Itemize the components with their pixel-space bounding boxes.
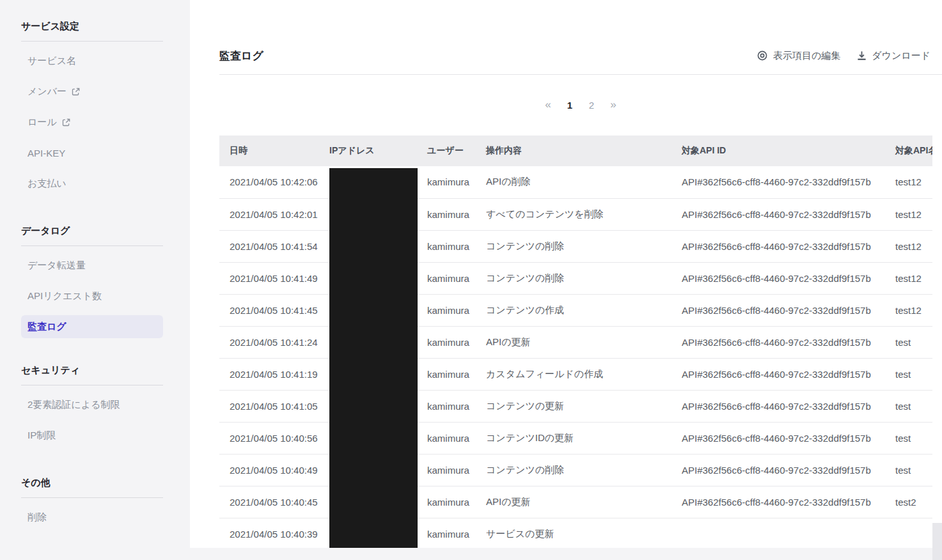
page-title: 監査ログ <box>219 49 263 63</box>
sidebar-section: サービス設定サービス名メンバーロールAPI-KEYお支払い <box>21 20 163 199</box>
table-cell: kamimura <box>417 518 476 548</box>
table-cell: APIの削除 <box>476 166 671 198</box>
table-cell: test12 <box>885 166 932 198</box>
table-cell: 2021/04/05 10:41:54 <box>219 230 319 262</box>
table-cell: test <box>885 454 932 486</box>
table-cell: API#362f56c6-cff8-4460-97c2-332ddf9f157b <box>671 486 885 518</box>
column-header: IPアドレス <box>319 136 417 166</box>
redaction-overlay <box>329 168 418 548</box>
page-number-1[interactable]: 1 <box>564 100 576 111</box>
sidebar-section-title: セキュリティ <box>21 364 163 377</box>
table-cell: コンテンツの削除 <box>476 262 671 294</box>
table-cell: kamimura <box>417 486 476 518</box>
table-cell: kamimura <box>417 358 476 390</box>
table-row: 2021/04/05 10:40:39kamimuraサービスの更新 <box>219 518 932 548</box>
sidebar-item-data-transfer[interactable]: データ転送量 <box>21 250 163 281</box>
sidebar-item-service-name[interactable]: サービス名 <box>21 45 163 76</box>
table-cell: 2021/04/05 10:41:45 <box>219 294 319 326</box>
table-row: 2021/04/05 10:42:06kamimuraAPIの削除API#362… <box>219 166 932 198</box>
sidebar-item-label: 削除 <box>27 511 47 524</box>
sidebar-item-api-requests[interactable]: APIリクエスト数 <box>21 281 163 311</box>
sidebar-item-members[interactable]: メンバー <box>21 76 163 107</box>
sidebar-section-title: その他 <box>21 476 163 489</box>
sidebar-item-billing[interactable]: お支払い <box>21 168 163 199</box>
table-cell: test <box>885 390 932 422</box>
table-cell: kamimura <box>417 198 476 230</box>
table-cell: サービスの更新 <box>476 518 671 548</box>
table-cell <box>671 518 885 548</box>
table-cell: test12 <box>885 230 932 262</box>
sidebar: サービス設定サービス名メンバーロールAPI-KEYお支払いデータログデータ転送量… <box>0 0 190 560</box>
page-header: 監査ログ 表示項目の編集 <box>219 0 942 75</box>
column-header: 日時 <box>219 136 319 166</box>
sidebar-item-label: メンバー <box>27 86 67 98</box>
table-cell: コンテンツの削除 <box>476 230 671 262</box>
sidebar-item-label: お支払い <box>27 178 67 190</box>
table-cell: 2021/04/05 10:42:06 <box>219 166 319 198</box>
table-cell: カスタムフィールドの作成 <box>476 358 671 390</box>
sidebar-item-2fa-restriction[interactable]: 2要素認証による制限 <box>21 389 163 420</box>
table-cell: API#362f56c6-cff8-4460-97c2-332ddf9f157b <box>671 326 885 358</box>
table-row: 2021/04/05 10:41:45kamimuraコンテンツの作成API#3… <box>219 294 932 326</box>
sidebar-item-ip-restriction[interactable]: IP制限 <box>21 420 163 451</box>
table-cell: test <box>885 358 932 390</box>
edit-columns-button[interactable]: 表示項目の編集 <box>757 50 840 62</box>
table-cell: コンテンツの更新 <box>476 390 671 422</box>
sidebar-item-api-key[interactable]: API-KEY <box>21 137 163 168</box>
divider <box>21 497 163 498</box>
table-cell: kamimura <box>417 422 476 454</box>
table-cell: 2021/04/05 10:41:49 <box>219 262 319 294</box>
table-cell: API#362f56c6-cff8-4460-97c2-332ddf9f157b <box>671 454 885 486</box>
table-cell: kamimura <box>417 326 476 358</box>
table-header-row: 日時IPアドレスユーザー操作内容対象API ID対象API名 <box>219 136 932 166</box>
table-cell: API#362f56c6-cff8-4460-97c2-332ddf9f157b <box>671 230 885 262</box>
table-cell: kamimura <box>417 390 476 422</box>
table-row: 2021/04/05 10:40:45kamimuraAPIの更新API#362… <box>219 486 932 518</box>
sidebar-item-label: APIリクエスト数 <box>27 290 102 302</box>
scrollbar-thumb[interactable] <box>932 523 942 560</box>
table-cell: API#362f56c6-cff8-4460-97c2-332ddf9f157b <box>671 422 885 454</box>
table-cell: test12 <box>885 198 932 230</box>
sidebar-item-label: ロール <box>27 116 57 128</box>
sidebar-section: その他削除 <box>21 476 163 533</box>
prev-page-button[interactable]: « <box>542 98 554 111</box>
sidebar-item-label: API-KEY <box>27 148 65 159</box>
sidebar-item-label: 2要素認証による制限 <box>27 399 120 411</box>
page-number-2[interactable]: 2 <box>586 100 597 111</box>
table-cell: test <box>885 422 932 454</box>
sidebar-item-audit-log[interactable]: 監査ログ <box>21 315 163 338</box>
main-card: 監査ログ 表示項目の編集 <box>190 0 942 548</box>
table-cell: 2021/04/05 10:42:01 <box>219 198 319 230</box>
table-cell: API#362f56c6-cff8-4460-97c2-332ddf9f157b <box>671 198 885 230</box>
next-page-button[interactable]: » <box>608 98 619 111</box>
table-row: 2021/04/05 10:40:49kamimuraコンテンツの削除API#3… <box>219 454 932 486</box>
table-cell: kamimura <box>417 262 476 294</box>
column-header: ユーザー <box>417 136 476 166</box>
table-cell: 2021/04/05 10:41:19 <box>219 358 319 390</box>
table-cell: APIの更新 <box>476 326 671 358</box>
table-cell: kamimura <box>417 230 476 262</box>
table-cell: kamimura <box>417 166 476 198</box>
table-cell: コンテンツIDの更新 <box>476 422 671 454</box>
sidebar-item-label: IP制限 <box>27 430 56 442</box>
eye-icon <box>757 50 768 61</box>
table-cell: kamimura <box>417 454 476 486</box>
table-cell: すべてのコンテンツを削除 <box>476 198 671 230</box>
edit-columns-label: 表示項目の編集 <box>773 50 840 62</box>
table-cell: 2021/04/05 10:41:05 <box>219 390 319 422</box>
table-row: 2021/04/05 10:40:56kamimuraコンテンツIDの更新API… <box>219 422 932 454</box>
download-button[interactable]: ダウンロード <box>857 50 930 62</box>
table-cell: 2021/04/05 10:40:56 <box>219 422 319 454</box>
column-header: 対象API名 <box>885 136 932 166</box>
download-icon <box>857 51 867 61</box>
table-cell: kamimura <box>417 294 476 326</box>
sidebar-section-title: データログ <box>21 224 163 237</box>
table-cell: 2021/04/05 10:41:24 <box>219 326 319 358</box>
table-row: 2021/04/05 10:42:01kamimuraすべてのコンテンツを削除A… <box>219 198 932 230</box>
sidebar-section-title: サービス設定 <box>21 20 163 33</box>
sidebar-section: セキュリティ2要素認証による制限IP制限 <box>21 364 163 451</box>
table-row: 2021/04/05 10:41:49kamimuraコンテンツの削除API#3… <box>219 262 932 294</box>
sidebar-item-roles[interactable]: ロール <box>21 107 163 137</box>
table-cell: 2021/04/05 10:40:49 <box>219 454 319 486</box>
sidebar-item-delete[interactable]: 削除 <box>21 502 163 533</box>
